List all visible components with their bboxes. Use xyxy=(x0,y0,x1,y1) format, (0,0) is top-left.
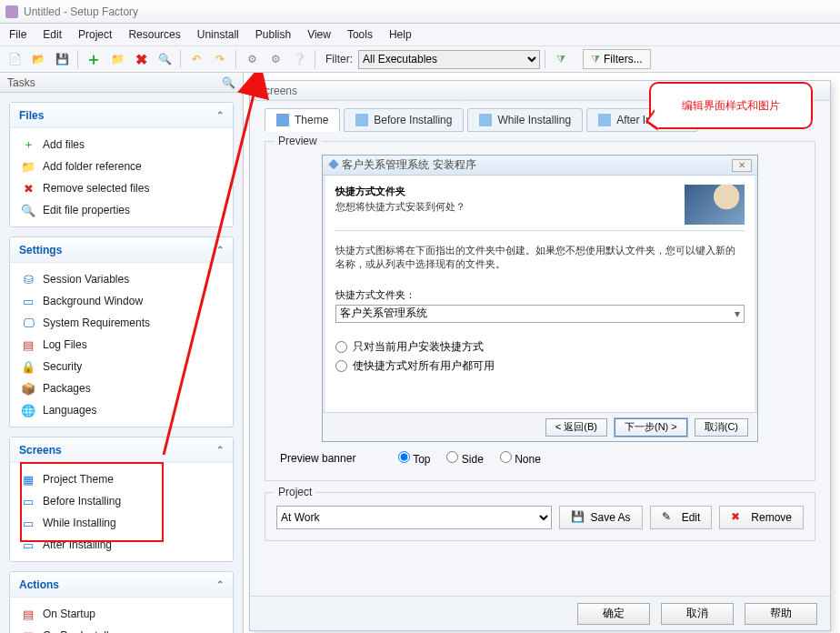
chevron-up-icon: ⌃ xyxy=(216,579,224,589)
save-as-button[interactable]: 💾Save As xyxy=(559,506,643,529)
task-remove-selected[interactable]: ✖Remove selected files xyxy=(14,177,229,199)
preview-subheading: 您想将快捷方式安装到何处？ xyxy=(335,200,465,214)
task-log-files[interactable]: ▤Log Files xyxy=(14,334,229,356)
banner-opt-none[interactable]: None xyxy=(500,451,541,466)
panel-screens: Screens⌃ ▦Project Theme ▭Before Installi… xyxy=(9,437,234,562)
task-add-files[interactable]: ＋Add files xyxy=(14,134,229,156)
screen-icon: ▭ xyxy=(21,494,35,508)
menu-help[interactable]: Help xyxy=(389,28,412,41)
panel-settings: Settings⌃ ⛁Session Variables ▭Background… xyxy=(9,236,234,427)
menu-uninstall[interactable]: Uninstall xyxy=(197,28,239,41)
preview-paragraph: 快捷方式图标将在下面指出的文件夹中创建。如果您不想使用默认文件夹，您可以键入新的… xyxy=(335,244,745,272)
panel-actions-header[interactable]: Actions⌃ xyxy=(10,572,233,598)
preview-footer: < 返回(B) 下一步(N) > 取消(C) xyxy=(323,412,757,441)
task-after-installing[interactable]: ▭After Installing xyxy=(14,534,229,556)
screen-icon xyxy=(598,114,611,126)
tab-while[interactable]: While Installing xyxy=(467,108,583,132)
window-icon: ▭ xyxy=(21,294,35,308)
task-edit-file-props[interactable]: 🔍Edit file properties xyxy=(14,199,229,221)
tasks-pane: Tasks 🔍 Files⌃ ＋Add files 📁Add folder re… xyxy=(0,73,244,633)
task-system-req[interactable]: 🖵System Requirements xyxy=(14,312,229,334)
project-group-label: Project xyxy=(275,486,315,498)
task-packages[interactable]: 📦Packages xyxy=(14,377,229,399)
delete-icon[interactable]: ✖ xyxy=(130,48,152,70)
open-folder-icon[interactable]: 📂 xyxy=(27,48,49,70)
filters-button[interactable]: ⧩ Filters... xyxy=(583,49,651,69)
new-project-icon[interactable]: 📄 xyxy=(4,48,25,70)
search-icon[interactable]: 🔍 xyxy=(154,48,175,70)
gear-icon[interactable]: ⚙ xyxy=(241,48,263,70)
edit-button[interactable]: ✎Edit xyxy=(650,506,713,529)
magnifier-icon: 🔍 xyxy=(21,203,35,217)
help-icon[interactable]: ❔ xyxy=(288,48,310,70)
remove-button[interactable]: ✖Remove xyxy=(719,506,804,529)
panel-actions: Actions⌃ ▤On Startup ▤On Pre Install xyxy=(9,571,234,633)
panel-screens-header[interactable]: Screens⌃ xyxy=(10,437,233,463)
task-on-startup[interactable]: ▤On Startup xyxy=(14,603,229,625)
menu-file[interactable]: File xyxy=(9,28,26,41)
gears-icon[interactable]: ⚙ xyxy=(265,48,286,70)
magnifier-icon[interactable]: 🔍 xyxy=(222,76,235,89)
preview-cancel-button[interactable]: 取消(C) xyxy=(695,418,748,437)
menu-tools[interactable]: Tools xyxy=(347,28,373,41)
cancel-button[interactable]: 取消 xyxy=(661,603,734,625)
panel-files: Files⌃ ＋Add files 📁Add folder reference … xyxy=(9,102,234,227)
menu-project[interactable]: Project xyxy=(78,28,112,41)
task-project-theme[interactable]: ▦Project Theme xyxy=(14,468,229,490)
script-icon: ▤ xyxy=(21,628,35,633)
project-select[interactable]: At Work xyxy=(276,506,552,529)
preview-banner-label: Preview banner xyxy=(280,452,380,465)
task-background-window[interactable]: ▭Background Window xyxy=(14,290,229,312)
save-icon[interactable]: 💾 xyxy=(51,48,73,70)
preview-group: Preview ◆ 客户关系管理系统 安装程序 ✕ 快捷方式文件夹 您想将快捷方… xyxy=(265,141,815,481)
preview-back-button[interactable]: < 返回(B) xyxy=(545,418,607,437)
window-title: Untitled - Setup Factory xyxy=(24,5,138,18)
preview-radio-allusers[interactable]: 使快捷方式对所有用户都可用 xyxy=(335,358,745,374)
task-before-installing[interactable]: ▭Before Installing xyxy=(14,490,229,512)
log-icon: ▤ xyxy=(21,337,35,352)
screen-icon xyxy=(479,114,492,126)
tab-before[interactable]: Before Installing xyxy=(344,108,464,132)
undo-icon[interactable]: ↶ xyxy=(185,48,207,70)
globe-icon: 🌐 xyxy=(21,403,35,417)
filter-label: Filter: xyxy=(325,53,353,65)
screen-icon: ▭ xyxy=(21,516,35,530)
window-titlebar: Untitled - Setup Factory xyxy=(0,0,840,24)
add-folder-icon[interactable]: 📁 xyxy=(106,48,128,70)
funnel-icon[interactable]: ⧩ xyxy=(550,48,572,70)
tab-theme[interactable]: Theme xyxy=(265,108,340,132)
panel-files-header[interactable]: Files⌃ xyxy=(10,103,233,128)
screen-icon: ▭ xyxy=(21,538,35,552)
task-session-vars[interactable]: ⛁Session Variables xyxy=(14,268,229,290)
task-on-pre-install[interactable]: ▤On Pre Install xyxy=(14,625,229,633)
toolbar: 📄 📂 💾 ＋ 📁 ✖ 🔍 ↶ ↷ ⚙ ⚙ ❔ Filter: All Exec… xyxy=(0,45,840,73)
help-button[interactable]: 帮助 xyxy=(745,603,817,625)
menu-publish[interactable]: Publish xyxy=(255,28,291,41)
close-icon[interactable]: ✕ xyxy=(732,159,752,172)
menu-view[interactable]: View xyxy=(307,28,331,41)
screen-icon xyxy=(355,114,368,126)
content-area: Screens Theme Before Installing While In… xyxy=(244,73,840,633)
preview-radio-currentuser[interactable]: 只对当前用户安装快捷方式 xyxy=(335,339,745,355)
screens-dialog: Screens Theme Before Installing While In… xyxy=(249,80,831,631)
task-languages[interactable]: 🌐Languages xyxy=(14,399,229,421)
menu-edit[interactable]: Edit xyxy=(43,28,62,41)
banner-opt-top[interactable]: Top xyxy=(398,451,430,466)
ok-button[interactable]: 确定 xyxy=(577,603,650,625)
filter-select[interactable]: All Executables xyxy=(358,50,540,69)
preview-combo[interactable]: 客户关系管理系统▾ xyxy=(335,305,745,323)
package-icon: 📦 xyxy=(21,381,35,396)
task-add-folder-ref[interactable]: 📁Add folder reference xyxy=(14,156,229,177)
task-while-installing[interactable]: ▭While Installing xyxy=(14,512,229,534)
preview-next-button[interactable]: 下一步(N) > xyxy=(615,418,687,437)
banner-opt-side[interactable]: Side xyxy=(446,451,483,466)
dialog-footer: 确定 取消 帮助 xyxy=(250,596,830,630)
preview-window: ◆ 客户关系管理系统 安装程序 ✕ 快捷方式文件夹 您想将快捷方式安装到何处？ xyxy=(322,155,758,442)
tasks-header: Tasks 🔍 xyxy=(0,73,243,93)
task-security[interactable]: 🔒Security xyxy=(14,356,229,377)
menu-resources[interactable]: Resources xyxy=(128,28,180,41)
annotation-callout: 编辑界面样式和图片 xyxy=(649,82,813,129)
add-icon[interactable]: ＋ xyxy=(83,48,105,70)
panel-settings-header[interactable]: Settings⌃ xyxy=(10,237,233,263)
redo-icon[interactable]: ↷ xyxy=(209,48,231,70)
